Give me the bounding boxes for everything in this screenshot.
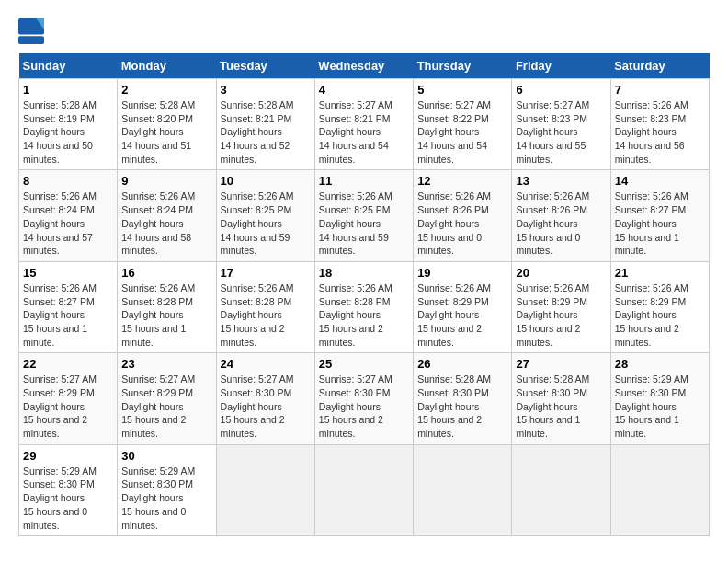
calendar-cell: 29 Sunrise: 5:29 AMSunset: 8:30 PMDaylig…	[19, 444, 118, 535]
cell-info: Sunrise: 5:27 AMSunset: 8:30 PMDaylight …	[319, 373, 392, 439]
day-number: 20	[516, 266, 606, 280]
cell-info: Sunrise: 5:26 AMSunset: 8:25 PMDaylight …	[319, 190, 392, 256]
header-sunday: Sunday	[19, 53, 118, 79]
cell-info: Sunrise: 5:26 AMSunset: 8:24 PMDaylight …	[23, 190, 97, 256]
calendar-cell	[610, 444, 709, 535]
calendar-cell	[216, 444, 314, 535]
cell-info: Sunrise: 5:26 AMSunset: 8:23 PMDaylight …	[615, 99, 688, 165]
calendar-table: SundayMondayTuesdayWednesdayThursdayFrid…	[18, 53, 710, 536]
week-row-5: 29 Sunrise: 5:29 AMSunset: 8:30 PMDaylig…	[19, 444, 710, 535]
cell-info: Sunrise: 5:27 AMSunset: 8:29 PMDaylight …	[23, 373, 97, 439]
week-row-2: 8 Sunrise: 5:26 AMSunset: 8:24 PMDayligh…	[19, 170, 710, 261]
cell-info: Sunrise: 5:26 AMSunset: 8:29 PMDaylight …	[615, 282, 688, 348]
cell-info: Sunrise: 5:28 AMSunset: 8:30 PMDaylight …	[417, 373, 491, 439]
header-thursday: Thursday	[414, 53, 512, 79]
cell-info: Sunrise: 5:27 AMSunset: 8:21 PMDaylight …	[319, 99, 392, 165]
header-monday: Monday	[118, 53, 216, 79]
day-number: 12	[417, 174, 507, 188]
calendar-cell: 10 Sunrise: 5:26 AMSunset: 8:25 PMDaylig…	[216, 170, 314, 261]
day-number: 9	[121, 174, 211, 188]
day-number: 26	[417, 357, 507, 371]
cell-info: Sunrise: 5:27 AMSunset: 8:23 PMDaylight …	[516, 99, 589, 165]
day-number: 14	[615, 174, 705, 188]
header-friday: Friday	[512, 53, 610, 79]
calendar-cell: 13 Sunrise: 5:26 AMSunset: 8:26 PMDaylig…	[512, 170, 610, 261]
calendar-cell: 22 Sunrise: 5:27 AMSunset: 8:29 PMDaylig…	[19, 353, 118, 444]
cell-info: Sunrise: 5:26 AMSunset: 8:29 PMDaylight …	[516, 282, 589, 348]
day-number: 22	[23, 357, 113, 371]
cell-info: Sunrise: 5:26 AMSunset: 8:28 PMDaylight …	[319, 282, 392, 348]
calendar-cell: 16 Sunrise: 5:26 AMSunset: 8:28 PMDaylig…	[118, 261, 216, 352]
day-number: 16	[121, 266, 211, 280]
calendar-cell: 3 Sunrise: 5:28 AMSunset: 8:21 PMDayligh…	[216, 79, 314, 170]
calendar-cell: 11 Sunrise: 5:26 AMSunset: 8:25 PMDaylig…	[314, 170, 413, 261]
cell-info: Sunrise: 5:29 AMSunset: 8:30 PMDaylight …	[615, 373, 688, 439]
header-tuesday: Tuesday	[216, 53, 314, 79]
header-wednesday: Wednesday	[314, 53, 413, 79]
calendar-cell: 12 Sunrise: 5:26 AMSunset: 8:26 PMDaylig…	[414, 170, 512, 261]
calendar-cell: 30 Sunrise: 5:29 AMSunset: 8:30 PMDaylig…	[118, 444, 216, 535]
day-number: 6	[516, 83, 606, 97]
cell-info: Sunrise: 5:26 AMSunset: 8:29 PMDaylight …	[417, 282, 491, 348]
cell-info: Sunrise: 5:26 AMSunset: 8:25 PMDaylight …	[221, 190, 294, 256]
cell-info: Sunrise: 5:27 AMSunset: 8:22 PMDaylight …	[417, 99, 491, 165]
calendar-cell: 27 Sunrise: 5:28 AMSunset: 8:30 PMDaylig…	[512, 353, 610, 444]
logo	[18, 18, 48, 44]
cell-info: Sunrise: 5:26 AMSunset: 8:27 PMDaylight …	[23, 282, 97, 348]
day-number: 19	[417, 266, 507, 280]
cell-info: Sunrise: 5:29 AMSunset: 8:30 PMDaylight …	[121, 465, 195, 531]
cell-info: Sunrise: 5:29 AMSunset: 8:30 PMDaylight …	[23, 465, 97, 531]
logo-icon	[18, 18, 44, 44]
day-number: 7	[615, 83, 705, 97]
svg-rect-1	[18, 36, 44, 44]
day-number: 17	[221, 266, 311, 280]
calendar-cell: 8 Sunrise: 5:26 AMSunset: 8:24 PMDayligh…	[19, 170, 118, 261]
day-number: 5	[417, 83, 507, 97]
calendar-cell: 20 Sunrise: 5:26 AMSunset: 8:29 PMDaylig…	[512, 261, 610, 352]
cell-info: Sunrise: 5:26 AMSunset: 8:26 PMDaylight …	[516, 190, 589, 256]
day-number: 18	[319, 266, 409, 280]
day-number: 27	[516, 357, 606, 371]
day-number: 1	[23, 83, 113, 97]
cell-info: Sunrise: 5:26 AMSunset: 8:26 PMDaylight …	[417, 190, 491, 256]
calendar-cell	[512, 444, 610, 535]
day-number: 2	[121, 83, 211, 97]
cell-info: Sunrise: 5:28 AMSunset: 8:19 PMDaylight …	[23, 99, 97, 165]
day-number: 30	[121, 449, 211, 463]
calendar-cell: 5 Sunrise: 5:27 AMSunset: 8:22 PMDayligh…	[414, 79, 512, 170]
day-number: 25	[319, 357, 409, 371]
day-number: 24	[221, 357, 311, 371]
calendar-cell: 28 Sunrise: 5:29 AMSunset: 8:30 PMDaylig…	[610, 353, 709, 444]
day-number: 10	[221, 174, 311, 188]
page-header	[18, 18, 710, 44]
calendar-cell	[314, 444, 413, 535]
day-number: 29	[23, 449, 113, 463]
calendar-cell: 4 Sunrise: 5:27 AMSunset: 8:21 PMDayligh…	[314, 79, 413, 170]
day-number: 11	[319, 174, 409, 188]
cell-info: Sunrise: 5:27 AMSunset: 8:29 PMDaylight …	[121, 373, 195, 439]
week-row-1: 1 Sunrise: 5:28 AMSunset: 8:19 PMDayligh…	[19, 79, 710, 170]
day-number: 4	[319, 83, 409, 97]
day-number: 15	[23, 266, 113, 280]
day-number: 21	[615, 266, 705, 280]
header-saturday: Saturday	[610, 53, 709, 79]
week-row-3: 15 Sunrise: 5:26 AMSunset: 8:27 PMDaylig…	[19, 261, 710, 352]
calendar-cell: 26 Sunrise: 5:28 AMSunset: 8:30 PMDaylig…	[414, 353, 512, 444]
calendar-cell: 2 Sunrise: 5:28 AMSunset: 8:20 PMDayligh…	[118, 79, 216, 170]
calendar-cell: 9 Sunrise: 5:26 AMSunset: 8:24 PMDayligh…	[118, 170, 216, 261]
cell-info: Sunrise: 5:28 AMSunset: 8:20 PMDaylight …	[121, 99, 195, 165]
calendar-cell: 17 Sunrise: 5:26 AMSunset: 8:28 PMDaylig…	[216, 261, 314, 352]
calendar-cell	[414, 444, 512, 535]
calendar-cell: 25 Sunrise: 5:27 AMSunset: 8:30 PMDaylig…	[314, 353, 413, 444]
calendar-cell: 19 Sunrise: 5:26 AMSunset: 8:29 PMDaylig…	[414, 261, 512, 352]
cell-info: Sunrise: 5:28 AMSunset: 8:21 PMDaylight …	[221, 99, 294, 165]
calendar-cell: 15 Sunrise: 5:26 AMSunset: 8:27 PMDaylig…	[19, 261, 118, 352]
calendar-cell: 1 Sunrise: 5:28 AMSunset: 8:19 PMDayligh…	[19, 79, 118, 170]
week-row-4: 22 Sunrise: 5:27 AMSunset: 8:29 PMDaylig…	[19, 353, 710, 444]
calendar-cell: 14 Sunrise: 5:26 AMSunset: 8:27 PMDaylig…	[610, 170, 709, 261]
calendar-header-row: SundayMondayTuesdayWednesdayThursdayFrid…	[19, 53, 710, 79]
cell-info: Sunrise: 5:26 AMSunset: 8:28 PMDaylight …	[121, 282, 195, 348]
day-number: 8	[23, 174, 113, 188]
cell-info: Sunrise: 5:26 AMSunset: 8:24 PMDaylight …	[121, 190, 195, 256]
cell-info: Sunrise: 5:28 AMSunset: 8:30 PMDaylight …	[516, 373, 589, 439]
